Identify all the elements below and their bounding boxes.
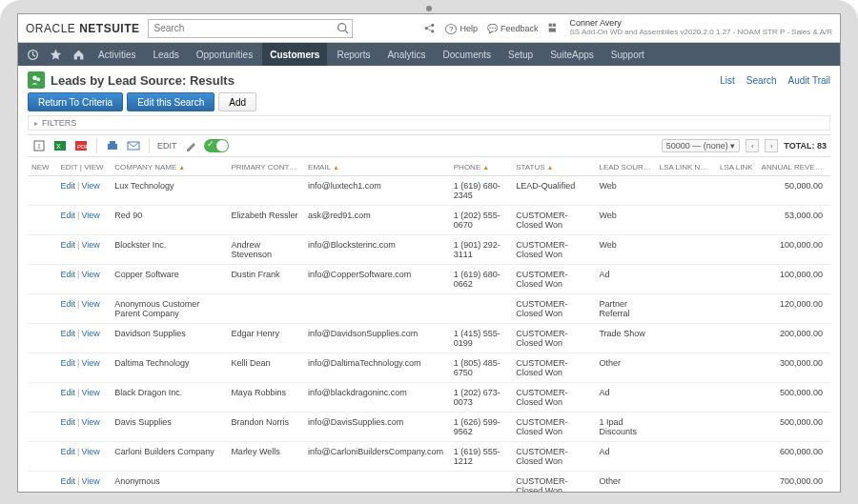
results-table-wrap[interactable]: NEW EDIT | VIEW COMPANY NAME▲ PRIMARY CO…: [28, 159, 830, 492]
edit-link[interactable]: Edit: [61, 270, 76, 279]
cell-contact: Brandon Norris: [227, 413, 304, 442]
search-input[interactable]: [148, 19, 353, 38]
cell-email: info@blackdragoninc.com: [304, 383, 450, 413]
pager-next-button[interactable]: ›: [765, 139, 778, 152]
nav-item-setup[interactable]: Setup: [500, 43, 541, 66]
share-icon[interactable]: [423, 22, 436, 34]
pager-range[interactable]: 50000 — (none) ▾: [662, 139, 741, 152]
export-csv-icon[interactable]: ⇩: [31, 138, 47, 153]
export-xls-icon[interactable]: X: [52, 138, 68, 153]
cell-company: Daltima Technology: [111, 353, 227, 383]
email-icon[interactable]: [126, 138, 141, 153]
user-icon[interactable]: [547, 22, 560, 34]
header-link-list[interactable]: List: [720, 75, 735, 86]
pager-prev-button[interactable]: ‹: [746, 139, 759, 152]
cell-status: CUSTOMER-Closed Won: [512, 442, 595, 472]
edit-toggle[interactable]: [204, 139, 229, 152]
cell-source: Ad: [595, 442, 655, 472]
view-link[interactable]: View: [81, 329, 99, 338]
nav-item-documents[interactable]: Documents: [435, 43, 499, 66]
page-header-links: List Search Audit Trail: [720, 75, 830, 86]
cell-lsa-link: [716, 235, 758, 265]
brand-logo: ORACLE NETSUITE: [26, 22, 140, 35]
cell-action: Edit|View: [57, 442, 112, 472]
nav-history-icon[interactable]: [22, 43, 43, 66]
edit-link[interactable]: Edit: [61, 447, 76, 456]
cell-action: Edit|View: [57, 176, 112, 206]
view-link[interactable]: View: [81, 358, 99, 368]
view-link[interactable]: View: [81, 417, 99, 427]
edit-link[interactable]: Edit: [61, 211, 76, 220]
view-link[interactable]: View: [81, 270, 99, 279]
col-status[interactable]: STATUS▲: [512, 159, 595, 176]
edit-link[interactable]: Edit: [61, 417, 76, 427]
cell-contact: Andrew Stevenson: [227, 235, 304, 265]
export-pdf-icon[interactable]: PDF: [73, 138, 89, 153]
col-source[interactable]: LEAD SOURCE: [595, 159, 655, 176]
cell-contact: Marley Wells: [227, 442, 304, 472]
nav-item-activities[interactable]: Activities: [91, 43, 143, 66]
view-link[interactable]: View: [81, 476, 99, 486]
nav-item-opportunities[interactable]: Opportunities: [189, 43, 260, 66]
edit-pencil-icon[interactable]: [183, 138, 198, 153]
col-email[interactable]: EMAIL▲: [304, 159, 450, 176]
global-search[interactable]: [148, 19, 353, 38]
edit-link[interactable]: Edit: [61, 329, 76, 338]
edit-link[interactable]: Edit: [61, 181, 76, 191]
return-criteria-button[interactable]: Return To Criteria: [28, 92, 123, 111]
nav-item-support[interactable]: Support: [603, 43, 652, 66]
view-link[interactable]: View: [81, 181, 99, 191]
col-action[interactable]: EDIT | VIEW: [57, 159, 112, 176]
cell-contact: [227, 294, 304, 324]
cell-source: Web: [595, 235, 655, 265]
cell-new: [28, 235, 57, 265]
edit-link[interactable]: Edit: [61, 240, 76, 250]
cell-status: CUSTOMER-Closed Won: [512, 265, 595, 294]
nav-home-icon[interactable]: [68, 43, 89, 66]
svg-line-5: [427, 26, 431, 28]
view-link[interactable]: View: [81, 388, 99, 397]
cell-source: Other: [595, 353, 655, 383]
header-link-search[interactable]: Search: [746, 75, 777, 86]
edit-link[interactable]: Edit: [61, 388, 76, 397]
add-button[interactable]: Add: [218, 92, 256, 111]
col-phone[interactable]: PHONE▲: [450, 159, 512, 176]
view-link[interactable]: View: [81, 447, 99, 456]
nav-item-leads[interactable]: Leads: [145, 43, 186, 66]
nav-item-customers[interactable]: Customers: [262, 43, 327, 66]
header-link-audit[interactable]: Audit Trail: [788, 75, 830, 86]
cell-lsa-link: [716, 442, 758, 472]
edit-link[interactable]: Edit: [61, 299, 76, 309]
col-revenue[interactable]: ANNUAL REVENUE▲: [758, 159, 830, 176]
filters-panel[interactable]: FILTERS: [28, 115, 830, 131]
view-link[interactable]: View: [81, 211, 99, 220]
nav-item-analytics[interactable]: Analytics: [379, 43, 433, 66]
cell-lsa-name: [656, 353, 716, 383]
toolbar-separator: [96, 138, 97, 153]
col-company[interactable]: COMPANY NAME▲: [111, 159, 227, 176]
view-link[interactable]: View: [81, 240, 99, 250]
cell-status: CUSTOMER-Closed Won: [512, 324, 595, 353]
col-lsa-name[interactable]: LSA LINK NAME: [656, 159, 716, 176]
edit-mode-label: EDIT: [157, 141, 177, 151]
feedback-link[interactable]: 💬Feedback: [487, 24, 539, 33]
svg-rect-7: [549, 24, 552, 27]
view-link[interactable]: View: [81, 299, 99, 309]
app-window: ORACLE NETSUITE ?Help 💬Feedback Conner A…: [17, 13, 841, 493]
user-identity[interactable]: Conner Avery SS Add-On WD and Assemblies…: [569, 19, 832, 37]
edit-link[interactable]: Edit: [61, 358, 76, 368]
nav-item-suiteapps[interactable]: SuiteApps: [542, 43, 602, 66]
col-new[interactable]: NEW: [28, 159, 57, 176]
help-link[interactable]: ?Help: [445, 24, 478, 33]
print-icon[interactable]: [105, 138, 120, 153]
col-lsa-link[interactable]: LSA LINK: [716, 159, 758, 176]
nav-item-reports[interactable]: Reports: [329, 43, 378, 66]
edit-search-button[interactable]: Edit this Search: [127, 92, 214, 111]
edit-link[interactable]: Edit: [61, 476, 76, 486]
results-table: NEW EDIT | VIEW COMPANY NAME▲ PRIMARY CO…: [28, 159, 830, 492]
cell-company: Davidson Supplies: [111, 324, 227, 353]
cell-revenue: 100,000.00: [758, 265, 830, 294]
cell-company: Blockster Inc.: [111, 235, 227, 265]
nav-star-icon[interactable]: [45, 43, 66, 66]
col-contact[interactable]: PRIMARY CONTACT: [227, 159, 304, 176]
